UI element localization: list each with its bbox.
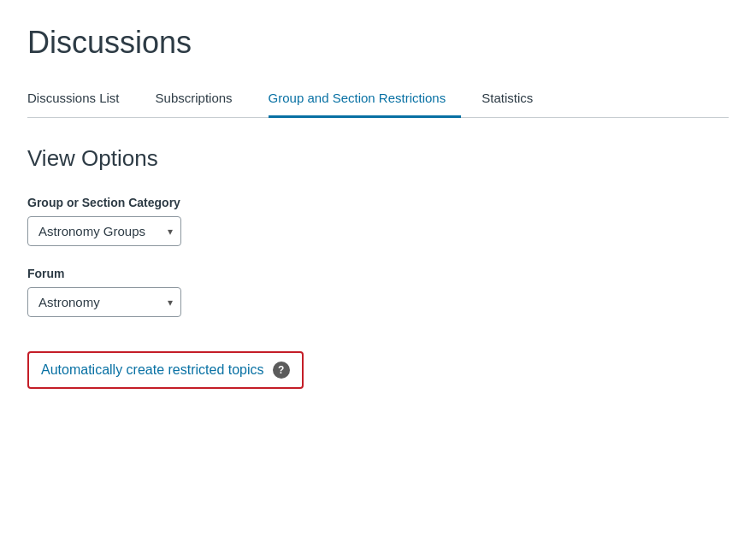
group-section-category-label: Group or Section Category bbox=[27, 196, 729, 209]
restricted-topics-row: Automatically create restricted topics ? bbox=[27, 351, 304, 389]
help-icon[interactable]: ? bbox=[273, 362, 290, 379]
forum-select-wrapper: Astronomy Other ▾ bbox=[27, 287, 181, 317]
group-section-category-wrapper: Astronomy Groups Other ▾ bbox=[27, 216, 181, 246]
tab-discussions-list[interactable]: Discussions List bbox=[27, 82, 135, 118]
tab-statistics[interactable]: Statistics bbox=[481, 82, 548, 118]
tabs-nav: Discussions List Subscriptions Group and… bbox=[27, 81, 729, 118]
tab-subscriptions[interactable]: Subscriptions bbox=[156, 82, 248, 118]
group-section-category-select[interactable]: Astronomy Groups Other bbox=[27, 216, 181, 246]
page-wrapper: Discussions Discussions List Subscriptio… bbox=[0, 0, 756, 416]
forum-label: Forum bbox=[27, 267, 729, 280]
tab-group-section-restrictions[interactable]: Group and Section Restrictions bbox=[269, 82, 462, 118]
forum-group: Forum Astronomy Other ▾ bbox=[27, 267, 729, 317]
main-content: View Options Group or Section Category A… bbox=[27, 145, 729, 389]
forum-select[interactable]: Astronomy Other bbox=[27, 287, 181, 317]
page-title: Discussions bbox=[27, 24, 729, 61]
restricted-topics-link[interactable]: Automatically create restricted topics bbox=[41, 362, 264, 378]
view-options-title: View Options bbox=[27, 145, 729, 172]
group-section-category-group: Group or Section Category Astronomy Grou… bbox=[27, 196, 729, 246]
